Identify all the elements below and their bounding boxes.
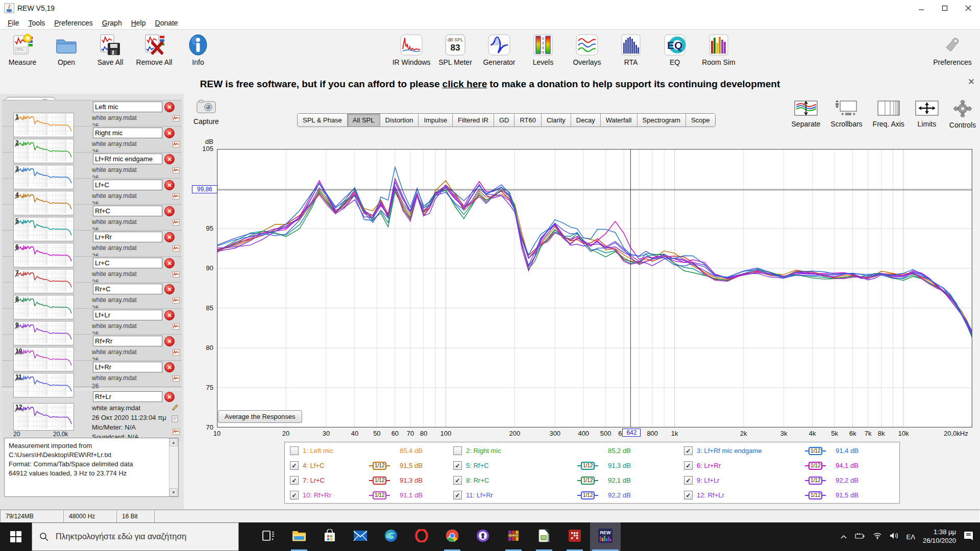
capture-button[interactable]: Capture [191, 99, 222, 126]
measurement-thumbnail[interactable]: 7 [13, 269, 74, 293]
menu-item-tools[interactable]: Tools [24, 18, 50, 28]
delete-measurement-icon[interactable]: ✕ [164, 102, 175, 112]
toolbar-button-generator[interactable]: Generator [481, 33, 518, 66]
tab-clarity[interactable]: Clarity [542, 114, 571, 127]
taskbar-rew-app-button[interactable]: REW [590, 522, 621, 551]
donation-link[interactable]: click here [443, 79, 487, 90]
measurement-thumbnail[interactable]: 5 [13, 217, 74, 241]
toolbar-button-remove-all[interactable]: Remove All [136, 33, 173, 66]
trace-checkbox[interactable]: ✓ [684, 461, 693, 470]
taskbar-search[interactable] [32, 522, 239, 551]
toolbar-button-save-all[interactable]: Save All [92, 33, 129, 66]
scroll-down-icon[interactable]: ▼ [169, 488, 178, 496]
menu-item-preferences[interactable]: Preferences [50, 18, 97, 28]
trace-checkbox[interactable]: ✓ [684, 476, 693, 485]
toolbar-button-info[interactable]: Info [180, 33, 216, 66]
tab-filtered-ir[interactable]: Filtered IR [453, 114, 494, 127]
delete-measurement-icon[interactable]: ✕ [164, 232, 175, 242]
measurement-notes-box[interactable]: Measurement imported from C:\Users\H\Des… [4, 438, 179, 497]
delete-measurement-icon[interactable]: ✕ [164, 206, 175, 216]
measurement-name-input[interactable] [93, 128, 162, 138]
toolbar-button-preferences[interactable]: Preferences [934, 33, 971, 66]
notification-center-icon[interactable] [964, 531, 974, 542]
trace-checkbox[interactable]: ✓ [290, 461, 299, 470]
delete-measurement-icon[interactable]: ✕ [164, 310, 175, 320]
freq-axis-button[interactable]: Freq. Axis [873, 100, 904, 129]
banner-close-icon[interactable]: ✕ [968, 77, 975, 87]
tray-chevron-up-icon[interactable] [840, 532, 847, 541]
delete-measurement-icon[interactable]: ✕ [164, 362, 175, 372]
measurement-name-input[interactable] [93, 310, 162, 320]
delete-measurement-icon[interactable]: ✕ [164, 258, 175, 268]
delete-measurement-icon[interactable]: ✕ [164, 128, 175, 138]
maximize-button[interactable] [933, 0, 957, 16]
smoothing-badge[interactable]: 1/12 [369, 462, 400, 470]
measurement-thumbnail[interactable]: 1 [13, 113, 74, 137]
trace-checkbox[interactable]: ✓ [684, 491, 693, 499]
measurement-thumbnail[interactable]: 4 [13, 191, 74, 215]
toolbar-button-open[interactable]: Open [48, 33, 85, 66]
toolbar-button-measure[interactable]: Measure [4, 33, 41, 66]
tab-impulse[interactable]: Impulse [419, 114, 453, 127]
taskbar-edge-button[interactable] [376, 522, 406, 551]
taskbar-libreoffice-button[interactable] [529, 522, 559, 551]
battery-icon[interactable] [855, 532, 865, 541]
measurement-name-input[interactable] [93, 102, 162, 112]
trace-checkbox[interactable] [453, 446, 462, 455]
smoothing-badge[interactable]: 1/12 [369, 491, 400, 499]
notes-doc-icon[interactable] [172, 415, 178, 424]
separate-button[interactable]: Separate [792, 100, 821, 129]
taskbar-mail-button[interactable] [345, 522, 376, 551]
menu-item-file[interactable]: File [3, 18, 24, 28]
measurement-thumbnail[interactable]: 12 [13, 403, 74, 431]
tab-distortion[interactable]: Distortion [380, 114, 419, 127]
tab-all-spl[interactable]: All SPL [348, 114, 380, 127]
average-responses-button[interactable]: Average the Responses [218, 410, 302, 423]
trace-checkbox[interactable]: ✓ [453, 461, 462, 470]
trace-checkbox[interactable]: ✓ [453, 491, 462, 499]
measurement-name-input[interactable] [93, 180, 162, 190]
controls-button[interactable]: Controls [949, 100, 976, 129]
menu-item-donate[interactable]: Donate [151, 18, 183, 28]
selected-measurement-details[interactable]: ✕122020,0kwhite array.mdat26 Οκτ 2020 11… [2, 391, 182, 442]
smoothing-badge[interactable]: 1/12 [577, 491, 608, 499]
measurement-name-input[interactable] [93, 336, 162, 346]
tab-scope[interactable]: Scope [686, 114, 715, 127]
measurement-thumbnail[interactable]: 3 [13, 165, 74, 189]
toolbar-button-rta[interactable]: RTA [612, 33, 649, 66]
toolbar-button-ir-windows[interactable]: IR Windows [393, 33, 430, 66]
tab-gd[interactable]: GD [494, 114, 515, 127]
taskbar-winrar-button[interactable] [498, 522, 529, 551]
scrollbars-button[interactable]: Scrollbars [830, 100, 862, 129]
delete-measurement-icon[interactable]: ✕ [164, 336, 175, 346]
edit-pencil-icon[interactable] [172, 404, 179, 413]
delete-measurement-icon[interactable]: ✕ [164, 284, 175, 294]
tab-rt60[interactable]: RT60 [514, 114, 542, 127]
taskbar-pixel-grid-app-button[interactable] [559, 522, 590, 551]
measurement-item-1[interactable]: ✕white array.mdat261 [2, 100, 182, 127]
measurement-name-input[interactable] [93, 258, 162, 268]
taskbar-file-explorer-button[interactable] [284, 522, 314, 551]
taskbar-task-view-button[interactable] [253, 522, 284, 551]
tab-decay[interactable]: Decay [571, 114, 601, 127]
trace-mini-icon[interactable] [173, 428, 180, 437]
taskbar-opera-button[interactable] [406, 522, 437, 551]
taskbar-privacy-browser-button[interactable] [468, 522, 498, 551]
delete-measurement-icon[interactable]: ✕ [164, 180, 175, 190]
trace-checkbox[interactable] [290, 446, 299, 455]
measurement-thumbnail[interactable]: 8 [13, 295, 74, 319]
language-indicator[interactable]: ΕΛ [906, 533, 915, 541]
taskbar-chrome-button[interactable] [437, 522, 468, 551]
tab-spectrogram[interactable]: Spectrogram [638, 114, 686, 127]
menu-item-graph[interactable]: Graph [97, 18, 127, 28]
smoothing-badge[interactable]: 1/12 [577, 477, 608, 485]
notes-scrollbar[interactable]: ▲ ▼ [169, 438, 178, 496]
taskbar-store-button[interactable] [314, 522, 345, 551]
measurement-thumbnail[interactable]: 2 [13, 139, 74, 163]
toolbar-button-eq[interactable]: EQEQ [656, 33, 693, 66]
toolbar-button-spl-meter[interactable]: dB SPL83SPL Meter [437, 33, 474, 66]
measurement-name-input[interactable] [93, 391, 162, 402]
tab-waterfall[interactable]: Waterfall [601, 114, 638, 127]
smoothing-badge[interactable]: 1/12 [805, 447, 836, 455]
delete-measurement-icon[interactable]: ✕ [164, 392, 175, 402]
